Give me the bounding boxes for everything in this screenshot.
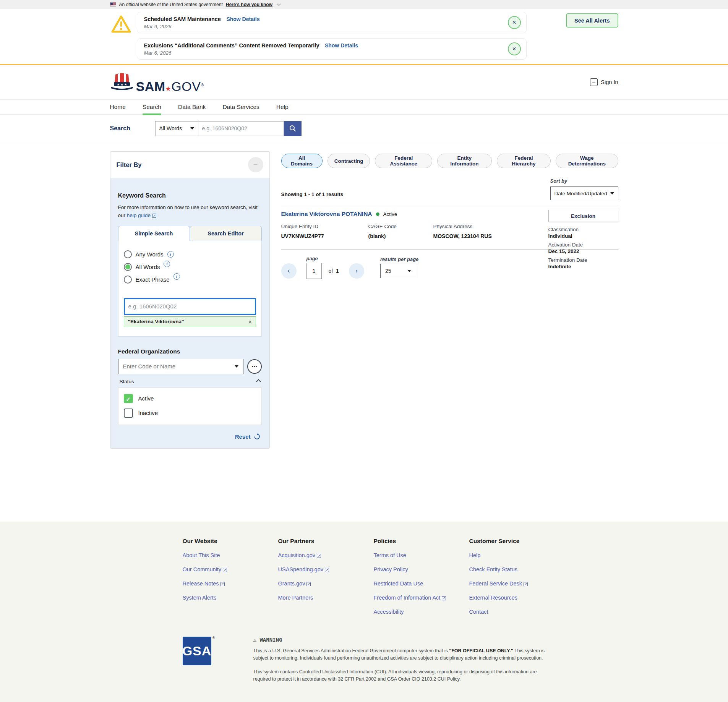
sam-gov-logo[interactable]: ★★★ SAM★GOV® xyxy=(110,71,204,93)
footer-link-our-community[interactable]: Our Community↗ xyxy=(183,566,278,572)
page-number-input[interactable] xyxy=(306,263,322,279)
filter-panel: Filter By − Keyword Search For more info… xyxy=(110,151,270,449)
total-pages: 1 xyxy=(336,268,339,274)
field-value: MOSCOW, 123104 RUS xyxy=(433,233,540,239)
external-link-icon: ↗ xyxy=(317,554,321,558)
nav-item-search[interactable]: Search xyxy=(143,100,161,115)
field-label: Physical Address xyxy=(433,224,540,229)
radio-all-words[interactable] xyxy=(124,263,132,271)
domain-tab-all-domains[interactable]: All Domains xyxy=(281,154,323,168)
footer-link-acquisition-gov[interactable]: Acquisition.gov↗ xyxy=(278,552,374,558)
search-label: Search xyxy=(110,125,155,132)
domain-tab-contracting[interactable]: Contracting xyxy=(328,154,370,168)
footer-link-check-entity-status[interactable]: Check Entity Status xyxy=(469,566,565,572)
help-guide-link[interactable]: help guide↗ xyxy=(127,212,156,218)
info-icon[interactable]: i xyxy=(164,261,170,267)
status-section-label: Status xyxy=(120,379,134,384)
footer-link-grants-gov[interactable]: Grants.gov↗ xyxy=(278,580,374,587)
nav-item-data-bank[interactable]: Data Bank xyxy=(178,100,206,115)
external-link-icon: ↗ xyxy=(152,214,156,218)
external-link-icon: ↗ xyxy=(306,582,311,586)
footer-link-terms-of-use[interactable]: Terms of Use xyxy=(374,552,469,558)
info-icon[interactable]: i xyxy=(173,273,180,280)
radio-exact-phrase[interactable] xyxy=(124,276,132,284)
footer-link-federal-service-desk[interactable]: Federal Service Desk↗ xyxy=(469,580,565,587)
footer-link-accessibility[interactable]: Accessibility xyxy=(374,609,469,615)
footer-column-our-website: Our Website About This Site Our Communit… xyxy=(183,538,278,623)
results-per-page-select[interactable]: 25 xyxy=(380,264,416,278)
footer-column-policies: Policies Terms of Use Privacy Policy Res… xyxy=(374,538,469,623)
chevron-down-icon xyxy=(235,365,238,368)
footer-column-customer-service: Customer Service Help Check Entity Statu… xyxy=(469,538,565,623)
how-you-know-link[interactable]: Here’s how you know xyxy=(226,2,272,7)
meta-label: Classification xyxy=(548,227,618,232)
radio-label: All Words xyxy=(136,264,160,270)
federal-org-select[interactable]: Enter Code or Name xyxy=(118,359,243,374)
field-value: UV7KNWUZ4P77 xyxy=(281,233,368,239)
search-results: All Domains Contracting Federal Assistan… xyxy=(281,151,618,279)
search-button[interactable] xyxy=(284,121,302,136)
close-icon[interactable]: × xyxy=(508,16,521,29)
logo-sam-text: SAM xyxy=(136,79,165,94)
footer-link-system-alerts[interactable]: System Alerts xyxy=(183,595,278,601)
star-icon: ★ xyxy=(165,85,172,92)
nav-item-data-services[interactable]: Data Services xyxy=(222,100,259,115)
footer-link-about-this-site[interactable]: About This Site xyxy=(183,552,278,558)
nav-item-home[interactable]: Home xyxy=(110,100,126,115)
result-title-link[interactable]: Ekaterina Viktorovna POTANINA xyxy=(281,211,372,217)
global-search-input[interactable] xyxy=(198,121,284,136)
see-all-alerts-button[interactable]: See All Alerts xyxy=(566,13,618,28)
keyword-search-input[interactable] xyxy=(124,298,256,315)
alert-exclusions: Exclusions “Additional Comments” Content… xyxy=(137,38,527,60)
search-mode-select[interactable]: All Words xyxy=(155,121,198,136)
nav-item-help[interactable]: Help xyxy=(276,100,289,115)
tab-search-editor[interactable]: Search Editor xyxy=(190,226,262,241)
keyword-tag-text: "Ekaterina Viktorovna" xyxy=(128,319,184,324)
show-details-link[interactable]: Show Details xyxy=(325,42,358,49)
footer-link-external-resources[interactable]: External Resources xyxy=(469,595,565,601)
alert-date: Mar 6, 2026 xyxy=(144,50,503,56)
info-icon[interactable]: i xyxy=(167,251,174,258)
footer-link-usaspending-gov[interactable]: USASpending.gov↗ xyxy=(278,566,374,572)
field-label: Unique Entity ID xyxy=(281,224,368,229)
footer-link-more-partners[interactable]: More Partners xyxy=(278,595,374,601)
reset-filters-link[interactable]: Reset xyxy=(235,433,251,440)
external-link-icon: ↗ xyxy=(223,568,227,572)
next-page-button[interactable]: › xyxy=(349,263,364,279)
checkbox-inactive[interactable] xyxy=(124,409,133,418)
more-options-button[interactable]: ⋯ xyxy=(247,359,262,374)
global-search-bar: Search All Words xyxy=(0,115,728,142)
svg-text:★: ★ xyxy=(120,83,123,86)
alert-date: Mar 9, 2026 xyxy=(144,24,503,29)
footer-link-foia[interactable]: Freedom of Information Act↗ xyxy=(374,595,469,601)
show-details-link[interactable]: Show Details xyxy=(226,16,259,22)
sign-in-link[interactable]: Sign In xyxy=(590,78,618,86)
domain-tab-entity-information[interactable]: Entity Information xyxy=(437,154,492,168)
minus-icon: − xyxy=(253,161,258,169)
reset-icon[interactable] xyxy=(254,433,260,440)
remove-tag-icon[interactable]: × xyxy=(248,319,251,325)
tab-simple-search[interactable]: Simple Search xyxy=(118,226,190,241)
collapse-filters-button[interactable]: − xyxy=(248,157,263,172)
chevron-up-icon[interactable] xyxy=(256,379,261,384)
meta-value: Indefinite xyxy=(548,264,618,269)
sort-select[interactable]: Date Modified/Updated xyxy=(550,186,618,200)
previous-page-button[interactable]: ‹ xyxy=(281,263,297,279)
footer-link-help[interactable]: Help xyxy=(469,552,565,558)
domain-tab-wage-determinations[interactable]: Wage Determinations xyxy=(556,154,618,168)
footer-heading: Our Website xyxy=(183,538,278,545)
exclusion-badge-button[interactable]: Exclusion xyxy=(548,210,618,222)
sign-in-icon xyxy=(590,78,598,86)
close-icon[interactable]: × xyxy=(508,42,521,55)
domain-tab-federal-assistance[interactable]: Federal Assistance xyxy=(375,154,432,168)
warning-paragraph-1: This is a U.S. General Services Administ… xyxy=(253,647,555,662)
footer-link-privacy-policy[interactable]: Privacy Policy xyxy=(374,566,469,572)
footer-link-restricted-data-use[interactable]: Restricted Data Use xyxy=(374,580,469,587)
footer-link-contact[interactable]: Contact xyxy=(469,609,565,615)
checkbox-active[interactable]: ✓ xyxy=(124,394,133,403)
footer-link-release-notes[interactable]: Release Notes↗ xyxy=(183,580,278,587)
warning-heading: WARNING xyxy=(259,637,282,643)
domain-tab-federal-hierarchy[interactable]: Federal Hierarchy xyxy=(497,154,551,168)
external-link-icon: ↗ xyxy=(221,582,225,586)
radio-any-words[interactable] xyxy=(124,250,132,258)
